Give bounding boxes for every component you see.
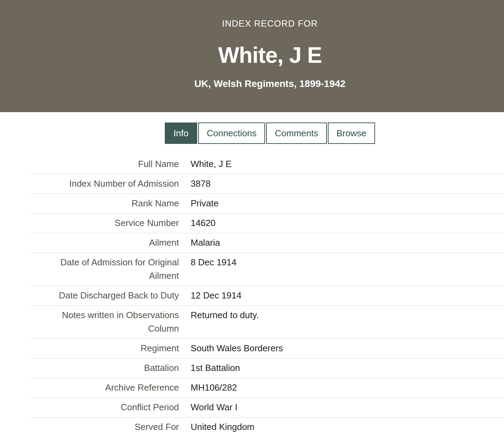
- field-label: Archive Reference: [30, 381, 179, 394]
- field-label: Served For: [30, 420, 179, 432]
- field-value: World War I: [191, 401, 504, 414]
- field-label: Date Discharged Back to Duty: [30, 289, 179, 302]
- record-tabs: Info Connections Comments Browse: [18, 122, 504, 144]
- field-value: Malaria: [191, 236, 504, 249]
- field-label: Conflict Period: [30, 401, 179, 414]
- tab-connections[interactable]: Connections: [198, 122, 265, 144]
- field-value: 1st Battalion: [191, 361, 504, 375]
- tab-info[interactable]: Info: [165, 122, 197, 144]
- tab-label: Browse: [336, 128, 366, 139]
- field-value: 3878: [191, 177, 504, 190]
- field-row: Service Number 14620: [30, 214, 504, 233]
- field-label: Battalion: [30, 361, 179, 375]
- tab-label: Comments: [275, 128, 318, 139]
- tab-browse[interactable]: Browse: [328, 122, 375, 144]
- field-row: Archive Reference MH106/282: [30, 378, 504, 398]
- field-row: Regiment South Wales Borderers: [30, 339, 504, 359]
- record-body: Full Name White, J E Index Number of Adm…: [0, 155, 504, 432]
- field-row: Index Number of Admission 3878: [30, 174, 504, 194]
- field-label: Rank Name: [30, 197, 179, 210]
- field-label: Service Number: [30, 216, 179, 230]
- record-title: White, J E: [18, 43, 504, 68]
- field-value: Private: [191, 197, 504, 210]
- field-label: Regiment: [30, 342, 179, 355]
- field-label: Ailment: [30, 236, 179, 249]
- record-collection-title: UK, Welsh Regiments, 1899-1942: [18, 79, 504, 89]
- field-value: 8 Dec 1914: [191, 256, 504, 269]
- tab-label: Connections: [207, 128, 257, 139]
- field-value: MH106/282: [191, 381, 504, 394]
- field-row: Date of Admission for Original Ailment 8…: [30, 253, 504, 286]
- field-row: Conflict Period World War I: [30, 398, 504, 418]
- field-row: Ailment Malaria: [30, 233, 504, 253]
- field-row: Served For United Kingdom: [30, 418, 504, 432]
- field-value: 12 Dec 1914: [191, 289, 504, 302]
- field-label: Full Name: [30, 157, 179, 171]
- field-value: White, J E: [191, 157, 504, 171]
- field-row: Full Name White, J E: [30, 155, 504, 174]
- field-row: Battalion 1st Battalion: [30, 359, 504, 378]
- field-row: Notes written in Observations Column Ret…: [30, 306, 504, 339]
- tab-label: Info: [173, 128, 188, 139]
- field-row: Date Discharged Back to Duty 12 Dec 1914: [30, 286, 504, 306]
- record-type-label: INDEX RECORD FOR: [18, 0, 504, 28]
- record-header: INDEX RECORD FOR White, J E UK, Welsh Re…: [0, 0, 504, 112]
- field-label: Index Number of Admission: [30, 177, 179, 190]
- field-row: Rank Name Private: [30, 194, 504, 214]
- field-value: South Wales Borderers: [191, 342, 504, 355]
- field-value: Returned to duty.: [191, 308, 504, 322]
- field-label: Notes written in Observations Column: [30, 308, 179, 335]
- field-label: Date of Admission for Original Ailment: [30, 256, 179, 283]
- field-value: 14620: [191, 216, 504, 230]
- field-value: United Kingdom: [191, 420, 504, 432]
- tab-comments[interactable]: Comments: [266, 122, 327, 144]
- record-fields-table: Full Name White, J E Index Number of Adm…: [30, 155, 504, 432]
